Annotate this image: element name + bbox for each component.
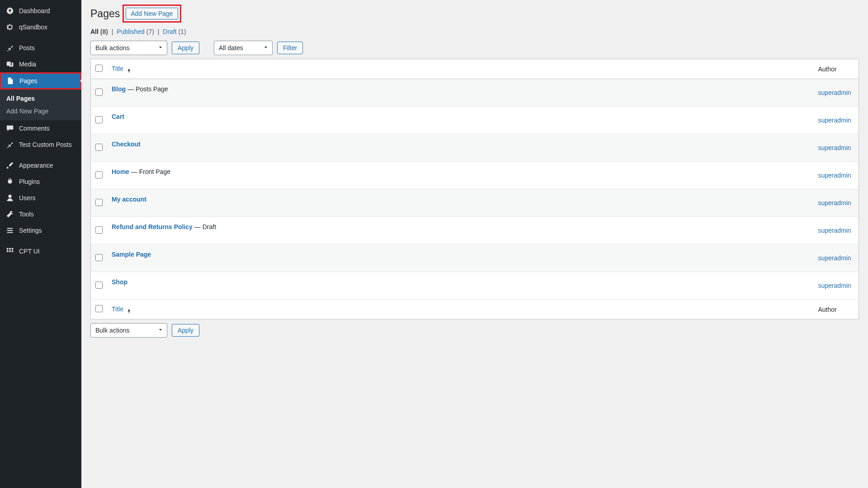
submenu-item-add-new-page[interactable]: Add New Page [0, 105, 81, 117]
row-checkbox[interactable] [95, 226, 103, 234]
page-state-suffix: — Posts Page [126, 85, 168, 93]
sidebar-item-label: Settings [19, 227, 42, 234]
sliders-icon [5, 226, 14, 235]
author-link[interactable]: superadmin [818, 282, 851, 289]
gear-icon [5, 23, 14, 32]
filter-button[interactable]: Filter [277, 42, 303, 54]
page-title-link[interactable]: Sample Page [112, 251, 151, 258]
add-new-page-button[interactable]: Add New Page [126, 8, 178, 19]
page-title-link[interactable]: Checkout [112, 141, 141, 148]
sort-icon: ▲▼ [127, 69, 131, 73]
chevron-down-icon [158, 327, 163, 334]
sidebar-item-pages[interactable]: Pages [1, 74, 80, 88]
dashboard-icon [5, 6, 14, 15]
sidebar-item-label: qSandbox [19, 23, 47, 31]
page-state-suffix: — Front Page [129, 168, 170, 175]
row-checkbox[interactable] [95, 171, 103, 178]
table-row: Refund and Returns Policy — Draftsuperad… [91, 217, 859, 244]
pin-icon [5, 43, 14, 52]
brush-icon [5, 161, 14, 170]
highlight-add-new: Add New Page [123, 5, 181, 23]
table-row: Blog — Posts Pagesuperadmin [91, 79, 859, 107]
bulk-actions-select-bottom[interactable]: Bulk actions [90, 323, 167, 338]
wrench-icon [5, 210, 14, 219]
column-title-footer[interactable]: Title ▲▼ [107, 300, 814, 319]
page-title-link[interactable]: Home [112, 168, 129, 175]
author-link[interactable]: superadmin [818, 117, 851, 124]
filter-all[interactable]: All (8) [90, 28, 108, 35]
page-title-link[interactable]: Blog [112, 85, 126, 93]
sidebar-item-test-custom-posts[interactable]: Test Custom Posts [0, 136, 81, 153]
author-link[interactable]: superadmin [818, 89, 851, 96]
main-content: Pages Add New Page All (8) | Published (… [81, 0, 868, 488]
sidebar-item-label: Dashboard [19, 7, 50, 14]
pages-table: Title ▲▼ Author Blog — Posts Pagesuperad… [90, 59, 859, 319]
table-row: Checkoutsuperadmin [91, 134, 859, 162]
chevron-down-icon [263, 44, 269, 52]
sidebar-item-comments[interactable]: Comments [0, 120, 81, 136]
sidebar-item-users[interactable]: Users [0, 190, 81, 206]
page-title-link[interactable]: My account [112, 196, 146, 203]
page-state-suffix: — Draft [193, 223, 216, 230]
status-filters: All (8) | Published (7) | Draft (1) [90, 28, 859, 35]
pin-icon [5, 140, 14, 149]
page-title-link[interactable]: Cart [112, 113, 124, 120]
page-icon [6, 76, 15, 85]
author-link[interactable]: superadmin [818, 227, 851, 234]
select-all-bottom-checkbox[interactable] [95, 305, 103, 312]
comment-icon [5, 124, 14, 133]
select-all-top-checkbox[interactable] [95, 65, 103, 72]
column-title-header[interactable]: Title ▲▼ [107, 59, 814, 79]
table-row: Shopsuperadmin [91, 272, 859, 300]
row-checkbox[interactable] [95, 89, 103, 96]
row-checkbox[interactable] [95, 199, 103, 206]
chevron-down-icon [158, 44, 163, 52]
media-icon [5, 60, 14, 69]
column-author-header[interactable]: Author [814, 59, 859, 79]
tablenav-top: Bulk actions Apply All dates Filter [90, 41, 859, 55]
page-title-link[interactable]: Refund and Returns Policy [112, 223, 193, 230]
sidebar-item-qsandbox[interactable]: qSandbox [0, 19, 81, 35]
sidebar-item-tools[interactable]: Tools [0, 206, 81, 222]
author-link[interactable]: superadmin [818, 144, 851, 151]
sidebar-item-appearance[interactable]: Appearance [0, 157, 81, 174]
sidebar-item-label: Tools [19, 211, 34, 218]
apply-button-bottom[interactable]: Apply [172, 324, 199, 337]
sidebar-item-posts[interactable]: Posts [0, 40, 81, 56]
sidebar-item-label: Comments [19, 125, 50, 132]
author-link[interactable]: superadmin [818, 172, 851, 179]
bulk-actions-select[interactable]: Bulk actions [90, 41, 167, 55]
sidebar-item-label: Appearance [19, 162, 53, 169]
sidebar-item-dashboard[interactable]: Dashboard [0, 3, 81, 19]
submenu-item-all-pages[interactable]: All Pages [0, 92, 81, 105]
sidebar-item-label: Plugins [19, 178, 40, 185]
row-checkbox[interactable] [95, 254, 103, 261]
sidebar-item-label: Users [19, 194, 36, 202]
page-title: Pages [90, 8, 120, 20]
sidebar-item-cpt-ui[interactable]: CPT UI [0, 243, 81, 259]
author-link[interactable]: superadmin [818, 254, 851, 262]
plug-icon [5, 177, 14, 186]
table-row: Home — Front Pagesuperadmin [91, 162, 859, 189]
sidebar-item-label: Media [19, 61, 36, 68]
sidebar-item-label: Test Custom Posts [19, 141, 72, 148]
row-checkbox[interactable] [95, 116, 103, 123]
table-row: Cartsuperadmin [91, 107, 859, 134]
filter-draft[interactable]: Draft (1) [163, 28, 186, 35]
sidebar-item-settings[interactable]: Settings [0, 222, 81, 239]
date-filter-select[interactable]: All dates [214, 41, 273, 55]
column-author-footer[interactable]: Author [814, 300, 859, 319]
apply-button-top[interactable]: Apply [172, 42, 199, 54]
user-icon [5, 193, 14, 202]
grid-icon [5, 247, 14, 256]
row-checkbox[interactable] [95, 144, 103, 151]
sidebar-item-media[interactable]: Media [0, 56, 81, 72]
sort-icon: ▲▼ [127, 309, 131, 314]
row-checkbox[interactable] [95, 282, 103, 289]
page-title-link[interactable]: Shop [112, 278, 127, 286]
author-link[interactable]: superadmin [818, 199, 851, 206]
sidebar-item-label: CPT UI [19, 248, 40, 255]
filter-published[interactable]: Published (7) [117, 28, 154, 35]
sidebar-item-plugins[interactable]: Plugins [0, 174, 81, 190]
sidebar-item-label: Pages [19, 77, 38, 84]
